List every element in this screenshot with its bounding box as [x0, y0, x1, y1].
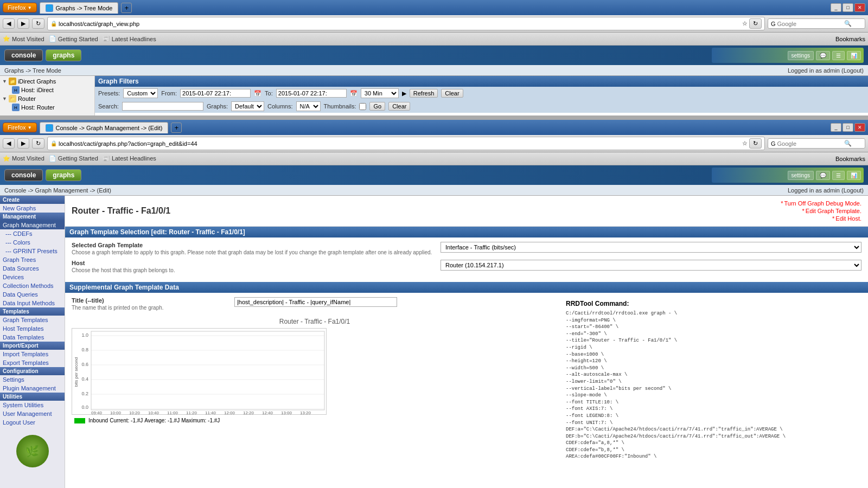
search-bar-2[interactable]: G 🔍	[768, 138, 865, 149]
columns-select[interactable]: N/A	[296, 101, 321, 111]
most-visited-bookmark-2[interactable]: ⭐ Most Visited	[3, 155, 44, 162]
sidebar-item-cdefs[interactable]: --- CDEFs	[0, 229, 65, 238]
search-input-filters[interactable]	[122, 102, 203, 111]
logo-btn2-2[interactable]: 💬	[816, 171, 830, 180]
svg-rect-13	[91, 331, 324, 410]
clear-btn-1[interactable]: Clear	[441, 89, 463, 98]
sidebar-item-export-templates[interactable]: Export Templates	[0, 358, 65, 367]
graph-filters-title: Graph Filters	[98, 78, 139, 85]
graph-title-input[interactable]	[234, 297, 397, 307]
thumbnails-checkbox[interactable]	[359, 103, 366, 110]
google-icon-2: G	[771, 140, 776, 147]
from-input[interactable]	[180, 89, 251, 98]
search-input-2[interactable]	[777, 140, 843, 147]
sidebar-item-data-input-methods[interactable]: Data Input Methods	[0, 299, 65, 307]
sidebar-section-create: Create New Graphs	[0, 196, 65, 213]
sidebar-item-data-sources[interactable]: Data Sources	[0, 264, 65, 273]
calendar-icon-to[interactable]: 📅	[350, 90, 358, 97]
add-tab-btn-1[interactable]: +	[121, 3, 132, 13]
sidebar-item-system-utilities[interactable]: System Utilities	[0, 401, 65, 409]
host-select[interactable]: Router (10.154.217.1)	[441, 260, 861, 271]
sidebar-item-graph-templates[interactable]: Graph Templates	[0, 316, 65, 324]
to-input[interactable]	[276, 89, 347, 98]
active-tab-2[interactable]: 🌐 Console -> Graph Management -> (Edit)	[40, 122, 169, 133]
console-btn-1[interactable]: console	[4, 49, 43, 61]
url-go-btn-2[interactable]: ↻	[749, 138, 762, 149]
most-visited-bookmark[interactable]: ⭐ Most Visited	[3, 35, 44, 42]
sidebar-item-settings[interactable]: Settings	[0, 375, 65, 384]
graphs-btn-2[interactable]: graphs	[46, 169, 81, 181]
refresh-nav-btn-1[interactable]: ↻	[32, 18, 44, 29]
sidebar-item-graph-management[interactable]: Graph Management	[0, 221, 65, 229]
sidebar-item-logout-user[interactable]: Logout User	[0, 418, 65, 427]
clear-btn-2[interactable]: Clear	[388, 102, 410, 111]
getting-started-bookmark-2[interactable]: 📄 Getting Started	[49, 155, 98, 162]
url-bar-2[interactable]: 🔒 ☆ ↻	[47, 137, 765, 150]
sidebar-item-host-templates[interactable]: Host Templates	[0, 324, 65, 333]
maximize-btn-2[interactable]: □	[843, 123, 853, 132]
firefox-button-2[interactable]: Firefox	[3, 123, 37, 132]
logo-btn2-3[interactable]: ☰	[832, 171, 845, 180]
edit-host-link[interactable]: Edit Host.	[832, 215, 861, 222]
back-btn-2[interactable]: ◀	[3, 138, 15, 149]
forward-btn-2[interactable]: ▶	[17, 138, 29, 149]
logo-btn-2[interactable]: 💬	[816, 51, 830, 60]
back-btn-1[interactable]: ◀	[3, 18, 15, 29]
firefox-button-1[interactable]: Firefox	[3, 3, 37, 12]
turn-off-debug-link[interactable]: Turn Off Graph Debug Mode.	[781, 200, 861, 207]
settings-btn-2[interactable]: settings	[788, 171, 814, 180]
tree-item-router[interactable]: ▼ 📁 Router	[1, 94, 93, 103]
sidebar-item-user-management[interactable]: User Management	[0, 409, 65, 418]
svg-text:0.8: 0.8	[81, 347, 88, 352]
getting-started-bookmark[interactable]: 📄 Getting Started	[49, 35, 98, 42]
url-input-1[interactable]	[59, 21, 741, 27]
url-input-2[interactable]	[59, 140, 741, 147]
sidebar-item-plugin-management[interactable]: Plugin Management	[0, 384, 65, 393]
sidebar-item-colors[interactable]: --- Colors	[0, 238, 65, 247]
url-go-btn-1[interactable]: ↻	[749, 18, 762, 29]
url-bar-1[interactable]: 🔒 ☆ ↻	[47, 17, 765, 30]
tree-item-host-idirect[interactable]: H Host: iDirect	[1, 86, 93, 94]
tree-sidebar: ▼ 📁 iDirect Graphs H Host: iDirect ▼ 📁 R…	[0, 76, 95, 115]
sidebar-item-gprint[interactable]: --- GPRINT Presets	[0, 247, 65, 255]
calendar-icon-from[interactable]: 📅	[254, 90, 261, 97]
edit-graph-template-link[interactable]: Edit Graph Template.	[802, 208, 861, 214]
sidebar-item-data-templates[interactable]: Data Templates	[0, 333, 65, 342]
forward-btn-1[interactable]: ▶	[17, 18, 29, 29]
latest-headlines-bookmark-2[interactable]: 📰 Latest Headlines	[103, 155, 156, 162]
template-select[interactable]: Interface - Traffic (bits/sec)	[441, 242, 861, 253]
maximize-btn-1[interactable]: □	[843, 3, 853, 12]
add-tab-btn-2[interactable]: +	[171, 123, 182, 133]
search-input-1[interactable]	[777, 21, 843, 27]
logo-btn-4[interactable]: 📊	[847, 51, 861, 60]
logo-btn2-4[interactable]: 📊	[847, 171, 861, 180]
svg-text:0.2: 0.2	[81, 391, 88, 396]
minimize-btn-2[interactable]: _	[831, 123, 841, 132]
graphs-select[interactable]: Default	[231, 101, 264, 111]
timespan-select[interactable]: 30 Min	[361, 88, 399, 98]
svg-text:0.4: 0.4	[81, 376, 88, 382]
presets-select[interactable]: Custom	[123, 88, 158, 98]
refresh-btn[interactable]: Refresh	[410, 89, 438, 98]
sidebar-item-data-queries[interactable]: Data Queries	[0, 290, 65, 299]
search-bar-1[interactable]: G 🔍	[768, 18, 865, 29]
tree-item-idirect-graphs[interactable]: ▼ 📁 iDirect Graphs	[1, 77, 93, 86]
sidebar-item-collection-methods[interactable]: Collection Methods	[0, 281, 65, 290]
graphs-btn-1[interactable]: graphs	[46, 49, 81, 61]
close-btn-2[interactable]: ✕	[854, 123, 865, 132]
tree-item-host-router[interactable]: H Host: Router	[1, 103, 93, 112]
go-btn[interactable]: Go	[369, 102, 385, 111]
latest-headlines-bookmark[interactable]: 📰 Latest Headlines	[103, 35, 156, 42]
minimize-btn-1[interactable]: _	[831, 3, 841, 12]
sidebar-item-new-graphs[interactable]: New Graphs	[0, 204, 65, 213]
console-btn-2[interactable]: console	[4, 169, 43, 181]
sidebar-item-graph-trees[interactable]: Graph Trees	[0, 255, 65, 264]
tree-label-host-idirect: Host: iDirect	[21, 87, 54, 93]
active-tab-1[interactable]: 🌐 Graphs -> Tree Mode	[40, 2, 119, 14]
sidebar-item-devices[interactable]: Devices	[0, 273, 65, 281]
settings-btn-1[interactable]: settings	[788, 51, 814, 60]
close-btn-1[interactable]: ✕	[854, 3, 865, 12]
sidebar-item-import-templates[interactable]: Import Templates	[0, 350, 65, 358]
refresh-nav-btn-2[interactable]: ↻	[32, 138, 44, 149]
logo-btn-3[interactable]: ☰	[832, 51, 845, 60]
